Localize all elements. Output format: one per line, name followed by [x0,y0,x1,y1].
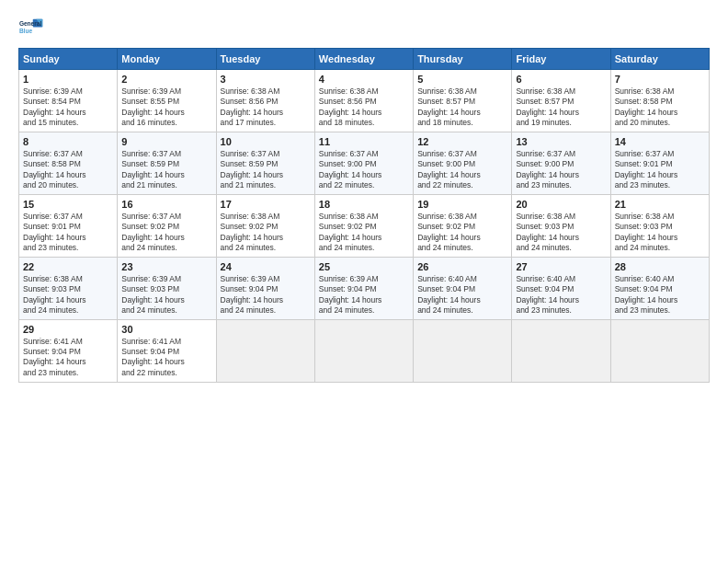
day-number: 28 [615,261,705,272]
day-info: Sunrise: 6:40 AMSunset: 9:04 PMDaylight:… [615,274,705,316]
day-number: 21 [615,199,705,210]
day-header-sunday: Sunday [19,49,118,70]
calendar-cell: 6Sunrise: 6:38 AMSunset: 8:57 PMDaylight… [512,70,610,132]
calendar-cell: 9Sunrise: 6:37 AMSunset: 8:59 PMDaylight… [118,132,216,194]
day-number: 8 [23,136,113,147]
calendar-cell: 24Sunrise: 6:39 AMSunset: 9:04 PMDayligh… [216,257,314,319]
day-number: 9 [121,136,211,147]
svg-text:General: General [19,20,42,27]
calendar-cell [314,319,413,382]
day-info: Sunrise: 6:38 AMSunset: 9:03 PMDaylight:… [516,212,606,254]
calendar-cell [512,319,610,382]
day-number: 3 [221,74,311,85]
calendar-cell: 3Sunrise: 6:38 AMSunset: 8:56 PMDaylight… [216,70,314,132]
calendar-cell: 5Sunrise: 6:38 AMSunset: 8:57 PMDaylight… [414,70,512,132]
day-info: Sunrise: 6:37 AMSunset: 9:02 PMDaylight:… [121,212,211,254]
day-info: Sunrise: 6:39 AMSunset: 9:04 PMDaylight:… [319,274,409,316]
days-of-week-row: SundayMondayTuesdayWednesdayThursdayFrid… [19,49,710,70]
day-number: 1 [23,74,113,85]
day-info: Sunrise: 6:38 AMSunset: 8:57 PMDaylight:… [417,86,507,129]
day-header-friday: Friday [512,49,610,70]
calendar-cell [610,319,709,382]
day-number: 24 [221,261,311,272]
day-info: Sunrise: 6:37 AMSunset: 9:00 PMDaylight:… [516,149,606,191]
day-number: 5 [417,74,507,85]
logo-icon: General Blue [18,17,44,42]
day-number: 23 [121,261,211,272]
day-info: Sunrise: 6:40 AMSunset: 9:04 PMDaylight:… [417,274,507,316]
day-info: Sunrise: 6:38 AMSunset: 8:56 PMDaylight:… [221,86,311,129]
calendar-cell: 26Sunrise: 6:40 AMSunset: 9:04 PMDayligh… [414,257,512,319]
calendar-cell [216,319,314,382]
calendar-cell: 23Sunrise: 6:39 AMSunset: 9:03 PMDayligh… [118,257,216,319]
day-info: Sunrise: 6:37 AMSunset: 9:00 PMDaylight:… [417,149,507,191]
day-info: Sunrise: 6:37 AMSunset: 8:59 PMDaylight:… [121,149,211,191]
day-header-thursday: Thursday [414,49,512,70]
day-info: Sunrise: 6:37 AMSunset: 8:59 PMDaylight:… [221,149,311,191]
day-info: Sunrise: 6:39 AMSunset: 8:54 PMDaylight:… [23,86,113,129]
day-info: Sunrise: 6:38 AMSunset: 9:02 PMDaylight:… [319,212,409,254]
day-info: Sunrise: 6:38 AMSunset: 8:58 PMDaylight:… [615,86,705,129]
day-number: 15 [23,199,113,210]
calendar-cell: 2Sunrise: 6:39 AMSunset: 8:55 PMDaylight… [118,70,216,132]
day-info: Sunrise: 6:38 AMSunset: 8:56 PMDaylight:… [319,86,409,129]
calendar-cell: 8Sunrise: 6:37 AMSunset: 8:58 PMDaylight… [19,132,118,194]
calendar-cell [414,319,512,382]
day-number: 17 [221,199,311,210]
day-info: Sunrise: 6:37 AMSunset: 9:01 PMDaylight:… [23,212,113,254]
calendar-cell: 11Sunrise: 6:37 AMSunset: 9:00 PMDayligh… [314,132,413,194]
day-number: 18 [319,199,409,210]
day-number: 2 [121,74,211,85]
day-number: 26 [417,261,507,272]
calendar-cell: 27Sunrise: 6:40 AMSunset: 9:04 PMDayligh… [512,257,610,319]
day-number: 20 [516,199,606,210]
day-number: 12 [417,136,507,147]
calendar-cell: 29Sunrise: 6:41 AMSunset: 9:04 PMDayligh… [19,319,118,382]
calendar-cell: 28Sunrise: 6:40 AMSunset: 9:04 PMDayligh… [610,257,709,319]
calendar-cell: 19Sunrise: 6:38 AMSunset: 9:02 PMDayligh… [414,194,512,257]
day-info: Sunrise: 6:37 AMSunset: 9:00 PMDaylight:… [319,149,409,191]
calendar-cell: 7Sunrise: 6:38 AMSunset: 8:58 PMDaylight… [610,70,709,132]
day-info: Sunrise: 6:41 AMSunset: 9:04 PMDaylight:… [23,337,113,379]
day-info: Sunrise: 6:38 AMSunset: 9:02 PMDaylight:… [417,212,507,254]
day-number: 30 [121,324,211,335]
header: General Blue [18,17,710,42]
day-number: 14 [615,136,705,147]
day-header-wednesday: Wednesday [314,49,413,70]
day-info: Sunrise: 6:38 AMSunset: 9:02 PMDaylight:… [221,212,311,254]
calendar-cell: 16Sunrise: 6:37 AMSunset: 9:02 PMDayligh… [118,194,216,257]
calendar-body: 1Sunrise: 6:39 AMSunset: 8:54 PMDaylight… [19,70,710,383]
day-number: 13 [516,136,606,147]
calendar-table: SundayMondayTuesdayWednesdayThursdayFrid… [18,48,710,383]
calendar-cell: 30Sunrise: 6:41 AMSunset: 9:04 PMDayligh… [118,319,216,382]
day-info: Sunrise: 6:38 AMSunset: 9:03 PMDaylight:… [615,212,705,254]
day-info: Sunrise: 6:37 AMSunset: 8:58 PMDaylight:… [23,149,113,191]
day-number: 6 [516,74,606,85]
day-info: Sunrise: 6:37 AMSunset: 9:01 PMDaylight:… [615,149,705,191]
day-number: 7 [615,74,705,85]
day-info: Sunrise: 6:38 AMSunset: 9:03 PMDaylight:… [23,274,113,316]
calendar-cell: 17Sunrise: 6:38 AMSunset: 9:02 PMDayligh… [216,194,314,257]
logo: General Blue [18,17,44,42]
calendar-cell: 18Sunrise: 6:38 AMSunset: 9:02 PMDayligh… [314,194,413,257]
calendar-cell: 10Sunrise: 6:37 AMSunset: 8:59 PMDayligh… [216,132,314,194]
day-header-tuesday: Tuesday [216,49,314,70]
day-info: Sunrise: 6:39 AMSunset: 9:04 PMDaylight:… [221,274,311,316]
day-number: 19 [417,199,507,210]
calendar-cell: 15Sunrise: 6:37 AMSunset: 9:01 PMDayligh… [19,194,118,257]
calendar-cell: 25Sunrise: 6:39 AMSunset: 9:04 PMDayligh… [314,257,413,319]
day-number: 11 [319,136,409,147]
day-number: 27 [516,261,606,272]
day-info: Sunrise: 6:39 AMSunset: 8:55 PMDaylight:… [121,86,211,129]
day-number: 16 [121,199,211,210]
day-header-saturday: Saturday [610,49,709,70]
calendar-cell: 20Sunrise: 6:38 AMSunset: 9:03 PMDayligh… [512,194,610,257]
day-header-monday: Monday [118,49,216,70]
svg-text:Blue: Blue [19,28,33,34]
day-number: 10 [221,136,311,147]
day-info: Sunrise: 6:39 AMSunset: 9:03 PMDaylight:… [121,274,211,316]
day-info: Sunrise: 6:40 AMSunset: 9:04 PMDaylight:… [516,274,606,316]
calendar-cell: 21Sunrise: 6:38 AMSunset: 9:03 PMDayligh… [610,194,709,257]
day-number: 4 [319,74,409,85]
page: General Blue SundayMondayTuesdayWednesda… [0,0,728,563]
